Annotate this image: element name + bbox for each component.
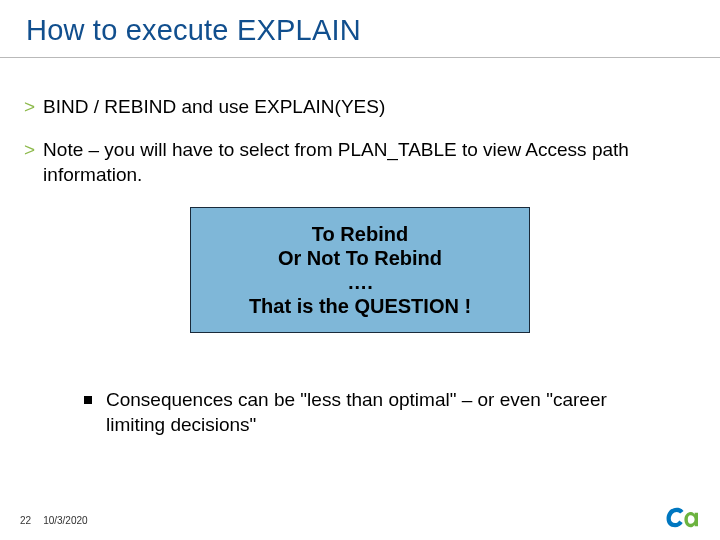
- callout-line: To Rebind: [199, 222, 521, 246]
- title-bar: How to execute EXPLAIN: [0, 0, 720, 57]
- callout-box: To Rebind Or Not To Rebind …. That is th…: [190, 207, 530, 333]
- ca-logo-icon: [664, 504, 698, 530]
- footer-date: 10/3/2020: [43, 515, 88, 526]
- callout-line: Or Not To Rebind: [199, 246, 521, 270]
- slide: How to execute EXPLAIN > BIND / REBIND a…: [0, 0, 720, 540]
- bullet-item: > BIND / REBIND and use EXPLAIN(YES): [24, 94, 696, 119]
- bullet-text: BIND / REBIND and use EXPLAIN(YES): [43, 94, 696, 119]
- callout-line: ….: [199, 270, 521, 294]
- sub-bullet-text: Consequences can be "less than optimal" …: [106, 387, 696, 437]
- slide-title: How to execute EXPLAIN: [26, 14, 694, 47]
- slide-body: > BIND / REBIND and use EXPLAIN(YES) > N…: [0, 58, 720, 437]
- sub-bullet-item: Consequences can be "less than optimal" …: [84, 387, 696, 437]
- footer: 22 10/3/2020: [20, 515, 88, 526]
- bullet-marker: >: [24, 137, 35, 187]
- bullet-marker: >: [24, 94, 35, 119]
- square-bullet-icon: [84, 396, 92, 404]
- page-number: 22: [20, 515, 31, 526]
- callout-line: That is the QUESTION !: [199, 294, 521, 318]
- bullet-text: Note – you will have to select from PLAN…: [43, 137, 696, 187]
- bullet-item: > Note – you will have to select from PL…: [24, 137, 696, 187]
